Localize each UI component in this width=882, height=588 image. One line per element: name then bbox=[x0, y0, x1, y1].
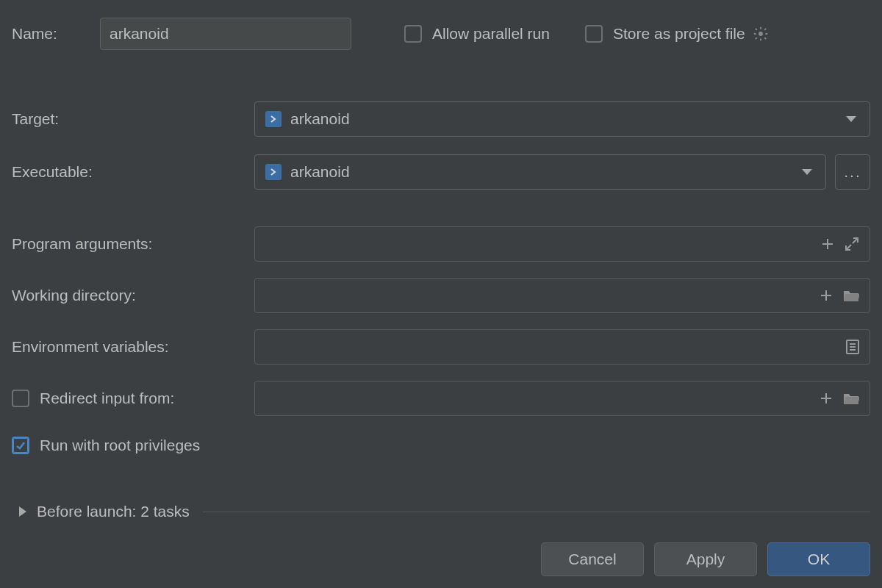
ok-button-label: OK bbox=[808, 551, 830, 568]
cancel-button-label: Cancel bbox=[568, 551, 616, 568]
ellipsis-icon: ... bbox=[844, 163, 861, 181]
program-args-input[interactable] bbox=[254, 226, 870, 262]
executable-icon bbox=[265, 164, 282, 180]
browse-executable-button[interactable]: ... bbox=[835, 154, 870, 190]
program-args-label: Program arguments: bbox=[12, 235, 254, 253]
list-icon[interactable] bbox=[846, 340, 859, 354]
redirect-checkbox[interactable] bbox=[12, 390, 29, 407]
executable-label: Executable: bbox=[12, 163, 254, 181]
folder-icon[interactable] bbox=[843, 289, 859, 302]
apply-button[interactable]: Apply bbox=[654, 542, 757, 576]
redirect-input[interactable] bbox=[254, 381, 870, 416]
executable-icon bbox=[265, 111, 282, 127]
target-value: arkanoid bbox=[290, 110, 350, 128]
plus-icon[interactable] bbox=[820, 392, 833, 405]
before-launch-title: Before launch: 2 tasks bbox=[37, 503, 190, 520]
svg-point-0 bbox=[759, 32, 763, 36]
name-input[interactable]: arkanoid bbox=[100, 18, 351, 50]
store-as-file-checkbox[interactable]: Store as project file bbox=[585, 25, 745, 43]
name-input-value: arkanoid bbox=[110, 25, 169, 43]
store-as-file-label: Store as project file bbox=[613, 25, 745, 43]
plus-icon[interactable] bbox=[820, 289, 833, 302]
allow-parallel-label: Allow parallel run bbox=[432, 25, 550, 43]
target-select[interactable]: arkanoid bbox=[254, 101, 870, 137]
working-dir-label: Working directory: bbox=[12, 287, 254, 304]
checkbox-icon bbox=[404, 25, 422, 43]
name-label: Name: bbox=[12, 25, 100, 43]
cancel-button[interactable]: Cancel bbox=[541, 542, 644, 576]
folder-icon[interactable] bbox=[843, 392, 859, 405]
ok-button[interactable]: OK bbox=[767, 542, 870, 576]
triangle-right-icon bbox=[19, 506, 26, 517]
chevron-down-icon bbox=[846, 116, 856, 122]
executable-select[interactable]: arkanoid bbox=[254, 154, 826, 190]
target-label: Target: bbox=[12, 110, 254, 128]
expand-icon[interactable] bbox=[845, 237, 859, 251]
chevron-down-icon bbox=[802, 169, 812, 175]
divider bbox=[203, 512, 870, 512]
gear-icon[interactable] bbox=[753, 26, 769, 42]
apply-button-label: Apply bbox=[686, 551, 725, 568]
env-vars-input[interactable] bbox=[254, 329, 870, 365]
executable-value: arkanoid bbox=[290, 163, 350, 181]
root-privileges-checkbox[interactable] bbox=[12, 437, 29, 454]
root-privileges-label: Run with root privileges bbox=[40, 437, 200, 454]
redirect-label: Redirect input from: bbox=[40, 390, 174, 407]
plus-icon[interactable] bbox=[821, 237, 834, 251]
working-dir-input[interactable] bbox=[254, 278, 870, 313]
allow-parallel-checkbox[interactable]: Allow parallel run bbox=[404, 25, 550, 43]
env-vars-label: Environment variables: bbox=[12, 338, 254, 356]
before-launch-section[interactable]: Before launch: 2 tasks bbox=[12, 503, 870, 520]
checkbox-icon bbox=[585, 25, 603, 43]
